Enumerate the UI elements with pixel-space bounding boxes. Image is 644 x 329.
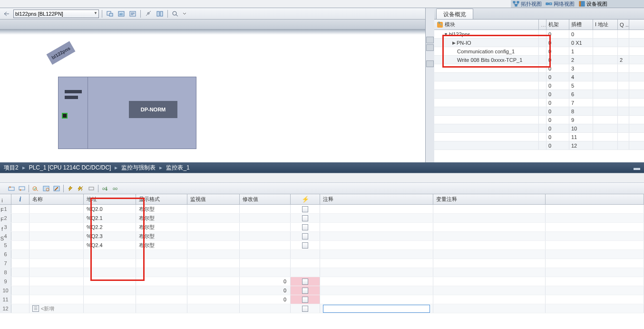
cell-flash[interactable]: [291, 295, 320, 304]
nav-back-icon[interactable]: [2, 10, 11, 18]
cell-tag-comment[interactable]: [433, 277, 546, 286]
force-icon[interactable]: [87, 184, 96, 193]
overview-row[interactable]: 03: [434, 64, 644, 73]
show-addresses-icon[interactable]: [128, 10, 137, 18]
modify-checkbox[interactable]: [302, 306, 308, 312]
cell-address[interactable]: %Q2.0: [84, 205, 136, 213]
cell-modify[interactable]: [240, 259, 291, 268]
cell-modify[interactable]: [240, 250, 291, 259]
crumb-folder[interactable]: 监控与强制表: [121, 164, 156, 172]
cell-format[interactable]: [136, 286, 187, 295]
expand-button[interactable]: [426, 44, 434, 51]
cell-address[interactable]: [84, 286, 136, 295]
cell-flash[interactable]: [291, 250, 320, 259]
crumb-table[interactable]: 监控表_1: [166, 164, 189, 172]
cell-name[interactable]: [29, 268, 84, 277]
cell-comment[interactable]: [320, 223, 433, 231]
watch-row[interactable]: 4%Q2.3布尔型: [0, 232, 644, 241]
cell-tag-comment[interactable]: [433, 268, 546, 277]
watch-row[interactable]: 90: [0, 277, 644, 286]
device-canvas[interactable]: bl122pns DP-NORM: [0, 20, 433, 162]
cell-address[interactable]: [84, 295, 136, 304]
cell-comment[interactable]: [320, 304, 433, 313]
zoom-icon[interactable]: [171, 10, 180, 18]
expanded-mode-icon[interactable]: oo: [100, 184, 110, 193]
cell-format[interactable]: 布尔型: [136, 223, 187, 231]
col-slot[interactable]: 插槽: [569, 20, 593, 30]
watch-row[interactable]: 3%Q2.2布尔型: [0, 223, 644, 232]
cell-name[interactable]: [29, 295, 84, 304]
cell-comment[interactable]: [320, 268, 433, 277]
cell-comment[interactable]: [320, 232, 433, 240]
col-modify[interactable]: 修改值: [240, 194, 291, 204]
overview-row[interactable]: ▼bl122pns00: [434, 30, 644, 39]
cell-tag-comment[interactable]: [433, 250, 546, 259]
cell-comment[interactable]: [320, 259, 433, 268]
watch-row[interactable]: 100: [0, 286, 644, 295]
col-info[interactable]: i: [11, 194, 29, 204]
cell-name[interactable]: [29, 259, 84, 268]
tree-arrow-icon[interactable]: ▼: [444, 32, 448, 37]
rack-head-module[interactable]: [59, 77, 88, 149]
cell-address[interactable]: %Q2.1: [84, 214, 136, 222]
zoom-dropdown-icon[interactable]: [182, 10, 187, 18]
monitor-once-icon[interactable]: [41, 184, 51, 193]
flash-modify-all-icon[interactable]: [76, 184, 86, 193]
cell-name[interactable]: ☰<新增: [29, 304, 84, 313]
modify-checkbox[interactable]: [302, 215, 308, 221]
col-format[interactable]: 显示格式: [136, 194, 187, 204]
cell-tag-comment[interactable]: [433, 241, 546, 249]
cell-modify[interactable]: [240, 232, 291, 240]
network-view-tab[interactable]: 网络视图: [546, 0, 575, 8]
splitter-handle-icon[interactable]: [426, 60, 434, 67]
overview-row[interactable]: 09: [434, 116, 644, 124]
modify-checkbox[interactable]: [302, 242, 308, 249]
modify-checkbox[interactable]: [302, 297, 308, 303]
cell-format[interactable]: 布尔型: [136, 241, 187, 249]
cell-format[interactable]: 布尔型: [136, 205, 187, 213]
overview-row[interactable]: 06: [434, 90, 644, 99]
cell-format[interactable]: [136, 295, 187, 304]
cell-comment[interactable]: [320, 214, 433, 222]
cell-name[interactable]: [29, 223, 84, 231]
col-module[interactable]: 模块: [434, 20, 539, 30]
cell-name[interactable]: [29, 232, 84, 240]
cell-comment[interactable]: [320, 241, 433, 249]
overview-row[interactable]: 07: [434, 99, 644, 107]
modify-now-icon[interactable]: [52, 184, 61, 193]
cell-address[interactable]: [84, 250, 136, 259]
device-view-tab[interactable]: 设备视图: [578, 0, 607, 8]
watch-row[interactable]: 5%Q2.4布尔型: [0, 241, 644, 250]
cell-modify[interactable]: [240, 214, 291, 222]
modify-checkbox[interactable]: [302, 206, 308, 212]
cell-flash[interactable]: [291, 241, 320, 249]
overview-row[interactable]: 010: [434, 124, 644, 133]
show-names-icon[interactable]: ab: [117, 10, 126, 18]
watch-row[interactable]: 1%Q2.0布尔型: [0, 205, 644, 214]
cell-modify[interactable]: [240, 205, 291, 213]
unplug-icon[interactable]: [144, 10, 153, 18]
overview-row[interactable]: Write 008 Bits 0xxxx-TCP_1022: [434, 56, 644, 64]
cell-modify[interactable]: 0: [240, 295, 291, 304]
modify-checkbox[interactable]: [302, 279, 308, 285]
cell-modify[interactable]: [240, 268, 291, 277]
cell-address[interactable]: %Q2.2: [84, 223, 136, 231]
cell-address[interactable]: [84, 304, 136, 313]
cell-format[interactable]: [136, 277, 187, 286]
modify-checkbox[interactable]: [302, 288, 308, 294]
cell-modify[interactable]: 0: [240, 286, 291, 295]
cell-tag-comment[interactable]: [433, 205, 546, 213]
cell-address[interactable]: [84, 277, 136, 286]
cell-format[interactable]: [136, 259, 187, 268]
watch-row[interactable]: 2%Q2.1布尔型: [0, 214, 644, 223]
cell-tag-comment[interactable]: [433, 295, 546, 304]
cell-format[interactable]: [136, 304, 187, 313]
cell-flash[interactable]: [291, 214, 320, 222]
watch-row[interactable]: 8: [0, 268, 644, 277]
cell-format[interactable]: [136, 268, 187, 277]
collapse-button[interactable]: [426, 37, 434, 43]
cell-flash[interactable]: [291, 277, 320, 286]
modify-checkbox[interactable]: [302, 224, 308, 230]
device-overview-tab[interactable]: 设备概览: [436, 9, 473, 19]
col-tag-comment[interactable]: 变量注释: [433, 194, 546, 204]
